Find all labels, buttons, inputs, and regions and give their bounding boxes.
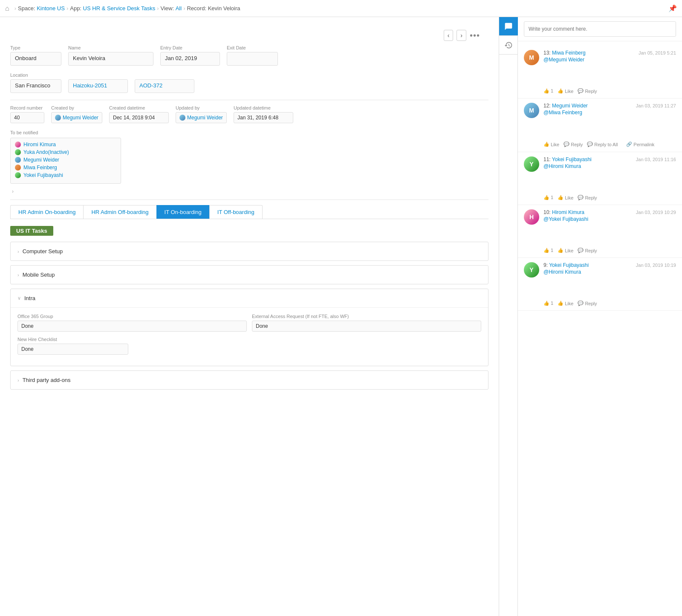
comment-header-10: 10: Hiromi Kimura Jan 03, 2019 10:29 [543, 209, 676, 215]
breadcrumb-app: App: US HR & Service Desk Tasks [70, 5, 155, 12]
comment-body-9: 9: Yokei Fujibayashi Jan 03, 2019 10:19 … [543, 262, 676, 306]
meta-row: Record number 40 Created by Megumi Weide… [10, 105, 488, 123]
entry-date-label: Entry Date [160, 45, 220, 50]
third-party-section: › Third party add-ons [10, 370, 488, 390]
comment-header-13: 13: Miwa Feinberg Jan 05, 2019 5:21 [543, 50, 676, 56]
link-icon-12: 🔗 [626, 142, 632, 147]
created-by-label: Created by [51, 105, 102, 110]
intra-content: Office 365 Group Done External Access Re… [11, 307, 488, 366]
new-hire-field: New Hire Checklist Done [17, 337, 481, 355]
permalink-button-12[interactable]: 🔗 Permalink [626, 142, 654, 147]
type-label: Type [10, 45, 61, 50]
reply-button-9[interactable]: 💬 Reply [578, 301, 597, 306]
tab-hr-admin-offboarding[interactable]: HR Admin Off-boarding [83, 205, 156, 219]
third-party-label: Third party add-ons [23, 377, 71, 383]
tab-it-offboarding[interactable]: IT Off-boarding [209, 205, 263, 219]
comment-icon [504, 22, 513, 31]
reply-button-10[interactable]: 💬 Reply [578, 248, 597, 253]
comment-date-12: Jan 03, 2019 11:27 [636, 103, 676, 108]
space-link[interactable]: Kintone US [37, 5, 65, 12]
like-count-13: 👍 1 [543, 88, 553, 94]
created-datetime-label: Created datetime [109, 105, 169, 110]
like-button-12[interactable]: 👍 Like [543, 142, 559, 147]
comment-item-10: H 10: Hiromi Kimura Jan 03, 2019 10:29 @… [518, 205, 682, 258]
history-panel-icon[interactable] [499, 36, 518, 55]
comment-mention-13: @Megumi Weider [543, 57, 676, 63]
comment-actions-11: 👍 1 👍 Like 💬 Reply [543, 195, 676, 200]
exit-date-value [227, 52, 278, 66]
prev-record-button[interactable]: ‹ [444, 30, 454, 41]
tab-it-onboarding[interactable]: IT On-boarding [156, 205, 210, 219]
comment-mention-12: @Miwa Feinberg [543, 110, 676, 116]
avatar-miwa-feinberg: M [524, 50, 539, 65]
home-icon[interactable]: ⌂ [5, 5, 9, 12]
next-record-button[interactable]: › [457, 30, 466, 41]
computer-setup-header[interactable]: › Computer Setup [11, 242, 488, 260]
expand-arrow-icon[interactable]: › [10, 187, 15, 196]
notify-user-yuka: Yuka Ando(Inactive) [15, 149, 116, 155]
comment-author-12: 12: Megumi Weider [543, 103, 588, 109]
notify-section: To be notified Hiromi Kimura Yuka Ando(I… [10, 130, 488, 184]
mobile-setup-header[interactable]: › Mobile Setup [11, 266, 488, 284]
location-value: San Francisco [10, 79, 61, 93]
reply-button-12[interactable]: 💬 Reply [564, 142, 583, 147]
like-button-9[interactable]: 👍 Like [558, 301, 573, 306]
notify-user-miwa: Miwa Feinberg [15, 165, 116, 171]
like-button-13[interactable]: 👍 Like [558, 88, 573, 94]
reply-icon-12: 💬 [564, 142, 569, 147]
notify-user-hiromi: Hiromi Kimura [15, 142, 116, 147]
comment-text-11 [543, 171, 676, 192]
like-icon-13: 👍 [558, 88, 564, 94]
app-link[interactable]: US HR & Service Desk Tasks [83, 5, 156, 12]
haizoku-link[interactable]: Haizoku-2051 [68, 79, 128, 93]
record-number-label: Record number [10, 105, 44, 110]
aod-link[interactable]: AOD-372 [135, 79, 194, 93]
top-nav: ⌂ › Space: Kintone US › App: US HR & Ser… [0, 0, 682, 17]
reply-button-11[interactable]: 💬 Reply [578, 195, 597, 200]
reply-button-13[interactable]: 💬 Reply [578, 88, 597, 94]
like-button-10[interactable]: 👍 Like [558, 248, 573, 253]
panel-icons [499, 17, 518, 616]
like-button-11[interactable]: 👍 Like [558, 195, 573, 200]
reply-icon-9: 💬 [578, 301, 584, 306]
comment-body-13: 13: Miwa Feinberg Jan 05, 2019 5:21 @Meg… [543, 50, 676, 94]
haizoku-label [68, 72, 128, 78]
office365-field: Office 365 Group Done [17, 314, 247, 332]
exit-date-field: Exit Date [227, 45, 278, 66]
view-link[interactable]: All [176, 5, 182, 12]
name-field: Name Kevin Veloira [68, 45, 153, 66]
updated-datetime-value: Jan 31, 2019 6:48 [234, 112, 293, 123]
comment-date-10: Jan 03, 2019 10:29 [636, 210, 676, 215]
like-icon-11: 👍 [558, 195, 564, 200]
pin-icon[interactable]: 📌 [668, 4, 677, 12]
updated-by-value: Megumi Weider [176, 112, 227, 123]
like-count-9: 👍 1 [543, 301, 553, 306]
comment-panel-icon[interactable] [499, 17, 518, 36]
record-number-value: 40 [10, 112, 44, 123]
haizoku-field: Haizoku-2051 [68, 72, 128, 93]
comments-list: M 13: Miwa Feinberg Jan 05, 2019 5:21 @M… [518, 41, 682, 616]
reply-all-button-12[interactable]: 💬 Reply to All [587, 142, 618, 147]
created-by-link[interactable]: Megumi Weider [55, 115, 98, 121]
tab-bar: HR Admin On-boarding HR Admin Off-boardi… [10, 205, 488, 219]
third-party-header[interactable]: › Third party add-ons [11, 371, 488, 389]
intra-header[interactable]: ∨ Intra [11, 289, 488, 307]
divider-1 [10, 100, 488, 100]
comment-actions-13: 👍 1 👍 Like 💬 Reply [543, 88, 676, 94]
updated-by-link[interactable]: Megumi Weider [179, 115, 223, 121]
comment-author-13: 13: Miwa Feinberg [543, 50, 586, 56]
type-field: Type Onboard [10, 45, 61, 66]
comment-input[interactable] [524, 21, 676, 37]
more-options-button[interactable]: ••• [470, 31, 480, 40]
comment-author-10: 10: Hiromi Kimura [543, 209, 584, 215]
mobile-setup-arrow: › [17, 272, 19, 278]
entry-date-field: Entry Date Jan 02, 2019 [160, 45, 220, 66]
avatar-megumi-weider: M [524, 103, 539, 118]
comment-actions-12: 👍 Like 💬 Reply 💬 Reply to All [543, 141, 676, 147]
intra-grid: Office 365 Group Done External Access Re… [17, 314, 481, 355]
comment-text-10 [543, 224, 676, 245]
exit-date-label: Exit Date [227, 45, 278, 50]
tab-hr-admin-onboarding[interactable]: HR Admin On-boarding [10, 205, 84, 219]
intra-arrow: ∨ [17, 295, 21, 301]
comment-item-13: M 13: Miwa Feinberg Jan 05, 2019 5:21 @M… [518, 46, 682, 98]
